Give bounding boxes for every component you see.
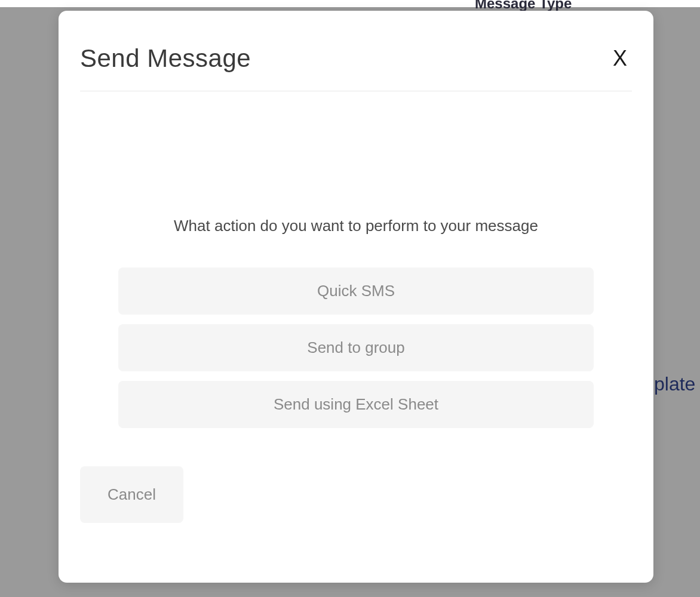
send-to-group-button[interactable]: Send to group xyxy=(118,324,594,371)
modal-title: Send Message xyxy=(80,44,251,73)
background-message-type-label: Message Type xyxy=(475,0,572,12)
background-header-strip xyxy=(0,0,700,7)
send-using-excel-button[interactable]: Send using Excel Sheet xyxy=(118,381,594,428)
close-icon[interactable]: X xyxy=(608,48,632,69)
modal-body: What action do you want to perform to yo… xyxy=(59,109,653,428)
modal-footer: Cancel xyxy=(80,466,183,523)
quick-sms-button[interactable]: Quick SMS xyxy=(118,267,594,315)
modal-header: Send Message X xyxy=(59,11,653,109)
send-message-modal: Send Message X What action do you want t… xyxy=(59,11,653,583)
cancel-button[interactable]: Cancel xyxy=(80,466,183,523)
background-template-text-fragment: plate xyxy=(654,373,695,395)
modal-prompt-text: What action do you want to perform to yo… xyxy=(118,217,594,235)
modal-header-inner: Send Message X xyxy=(80,44,632,91)
